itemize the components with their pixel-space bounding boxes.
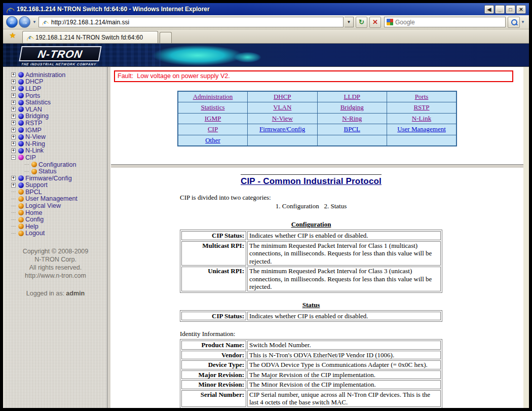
sidebar-item-label[interactable]: N-Link: [25, 147, 44, 154]
sidebar-item-statistics[interactable]: +Statistics: [4, 99, 107, 106]
sidebar-item-bridging[interactable]: +Bridging: [4, 113, 107, 120]
stop-button[interactable]: ✕: [369, 17, 381, 28]
expand-icon[interactable]: +: [11, 93, 16, 98]
sidebar-item-logical-view[interactable]: Logical View: [4, 202, 107, 209]
sidebar-item-label[interactable]: N-View: [25, 133, 46, 140]
sidebar-item-firmware-config[interactable]: +Firmware/Config: [4, 175, 107, 182]
minimize-button[interactable]: _: [495, 5, 505, 14]
sidebar-item-configuration[interactable]: Configuration: [4, 161, 107, 168]
search-go-button[interactable]: [508, 17, 520, 28]
quicklink-user-management[interactable]: User Management: [397, 125, 446, 133]
sidebar-item-label[interactable]: Help: [25, 223, 39, 230]
expand-icon[interactable]: +: [11, 135, 16, 139]
frame-divider-vertical[interactable]: [107, 67, 111, 408]
sidebar-item-igmp[interactable]: +IGMP: [4, 127, 107, 134]
quicklink-vlan[interactable]: VLAN: [273, 103, 291, 111]
sidebar-item-dhcp[interactable]: +DHCP: [4, 79, 107, 86]
sidebar-item-label[interactable]: LLDP: [25, 85, 41, 92]
sidebar-item-n-view[interactable]: +N-View: [4, 133, 107, 140]
address-dropdown-button[interactable]: ▼: [345, 17, 354, 27]
quicklink-bpcl[interactable]: BPCL: [344, 125, 360, 133]
sidebar-item-administration[interactable]: +Administration: [4, 71, 107, 79]
collapse-icon[interactable]: −: [11, 155, 16, 160]
sidebar-item-help[interactable]: Help: [4, 223, 107, 230]
sidebar-item-label[interactable]: DHCP: [25, 78, 43, 85]
sidebar-item-vlan[interactable]: +VLAN: [4, 106, 107, 113]
sidebar-item-label[interactable]: Home: [25, 209, 42, 216]
url-input[interactable]: [51, 19, 341, 26]
expand-icon[interactable]: +: [11, 100, 16, 105]
collapse-button[interactable]: ◀: [484, 5, 494, 14]
quicklinks-cell: IGMP: [178, 113, 248, 124]
sidebar-item-config[interactable]: Config: [4, 216, 107, 223]
sidebar-item-label[interactable]: Logout: [25, 230, 45, 237]
quicklink-bridging[interactable]: Bridging: [340, 103, 364, 111]
quicklink-administration[interactable]: Administration: [193, 93, 233, 100]
sidebar-item-label[interactable]: Config: [25, 216, 44, 223]
expand-icon[interactable]: +: [11, 183, 16, 188]
sidebar-item-label[interactable]: Status: [39, 168, 56, 175]
sidebar-item-label[interactable]: BPCL: [25, 189, 42, 196]
sidebar-item-lldp[interactable]: +LLDP: [4, 85, 107, 92]
sidebar-item-rstp[interactable]: +RSTP: [4, 120, 107, 127]
history-dropdown-icon[interactable]: ▼: [31, 17, 37, 27]
expand-icon[interactable]: +: [11, 121, 16, 125]
quicklink-rstp[interactable]: RSTP: [413, 103, 429, 111]
expand-icon[interactable]: +: [11, 114, 16, 119]
back-button[interactable]: ←: [6, 16, 18, 28]
sidebar-item-ports[interactable]: +Ports: [4, 92, 107, 99]
quicklink-n-link[interactable]: N-Link: [412, 115, 431, 122]
expand-icon[interactable]: +: [11, 141, 16, 146]
sidebar-item-bpcl[interactable]: BPCL: [4, 189, 107, 196]
sidebar-item-label[interactable]: N-Ring: [25, 140, 45, 147]
sidebar-item-label[interactable]: Administration: [25, 71, 65, 79]
sidebar-item-label[interactable]: Statistics: [25, 99, 51, 106]
close-button[interactable]: ✕: [516, 5, 526, 14]
quicklink-n-view[interactable]: N-View: [272, 115, 293, 122]
forward-button[interactable]: →: [19, 16, 30, 28]
refresh-button[interactable]: ↻: [356, 17, 367, 28]
sidebar-item-n-link[interactable]: +N-Link: [4, 147, 107, 155]
sidebar-item-status[interactable]: Status: [4, 168, 107, 175]
new-tab-button[interactable]: [160, 32, 172, 43]
sidebar-item-label[interactable]: RSTP: [25, 120, 42, 127]
search-input[interactable]: [395, 19, 503, 26]
sidebar-item-label[interactable]: Logical View: [25, 202, 61, 209]
expand-icon[interactable]: +: [11, 107, 16, 111]
expand-icon[interactable]: +: [11, 176, 16, 180]
maximize-button[interactable]: □: [506, 5, 515, 14]
sidebar-item-label[interactable]: CIP: [25, 154, 36, 161]
sidebar-item-label[interactable]: Configuration: [39, 161, 76, 168]
sidebar-item-label[interactable]: User Management: [25, 195, 78, 202]
quicklink-other[interactable]: Other: [205, 136, 220, 144]
quicklink-n-ring[interactable]: N-Ring: [342, 115, 362, 122]
expand-icon[interactable]: +: [11, 86, 16, 91]
sidebar-item-n-ring[interactable]: +N-Ring: [4, 140, 107, 147]
search-options-dropdown-icon[interactable]: ▼: [520, 17, 526, 27]
sidebar-item-label[interactable]: Firmware/Config: [25, 175, 72, 182]
expand-icon[interactable]: +: [11, 148, 16, 153]
sidebar-item-support[interactable]: +Support: [4, 182, 107, 189]
sidebar-item-user-management[interactable]: User Management: [4, 196, 107, 203]
frame-divider-horizontal[interactable]: [111, 164, 523, 168]
expand-icon[interactable]: +: [11, 128, 16, 132]
quicklink-cip[interactable]: CIP: [208, 125, 218, 133]
expand-icon[interactable]: +: [11, 72, 16, 77]
quicklink-lldp[interactable]: LLDP: [344, 93, 361, 100]
sidebar-item-logout[interactable]: Logout: [4, 230, 107, 237]
tab-active[interactable]: e 192.168.1.214 N-TRON Switch fd:64:60: [22, 31, 158, 43]
sidebar-item-label[interactable]: Support: [25, 181, 48, 189]
sidebar-item-label[interactable]: VLAN: [25, 106, 42, 113]
quicklink-statistics[interactable]: Statistics: [201, 103, 225, 111]
quicklink-igmp[interactable]: IGMP: [205, 115, 221, 122]
quicklink-firmware-config[interactable]: Firmware/Config: [259, 125, 305, 133]
sidebar-item-home[interactable]: Home: [4, 209, 107, 216]
sidebar-item-label[interactable]: Ports: [25, 92, 40, 99]
quicklink-dhcp[interactable]: DHCP: [274, 93, 291, 100]
sidebar-item-label[interactable]: Bridging: [25, 113, 49, 120]
expand-icon[interactable]: +: [11, 80, 16, 84]
favorites-star-icon[interactable]: ★: [6, 31, 19, 42]
sidebar-item-cip[interactable]: −CIP: [4, 154, 107, 161]
sidebar-item-label[interactable]: IGMP: [25, 127, 42, 134]
quicklink-ports[interactable]: Ports: [415, 93, 429, 100]
